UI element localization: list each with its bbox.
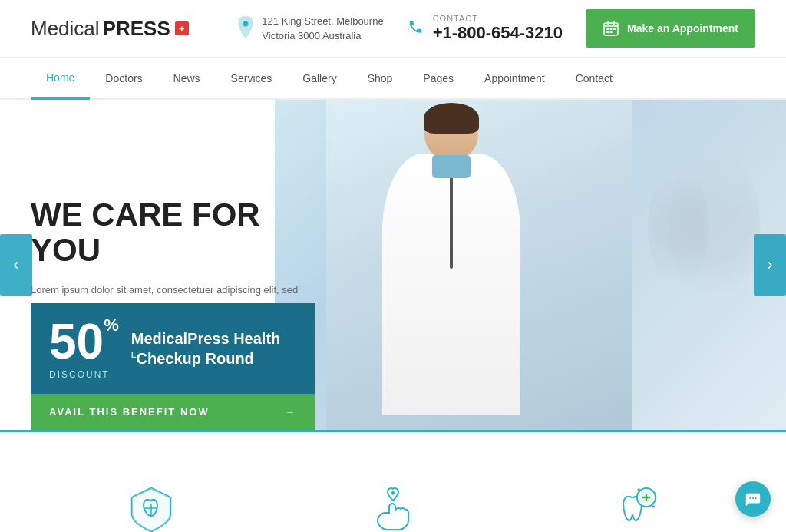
discount-cta-button[interactable]: AVAIL THIS BENEFIT NOW → xyxy=(31,394,315,430)
logo-plus: + xyxy=(175,21,189,35)
svg-rect-5 xyxy=(606,28,609,30)
chat-bubble-button[interactable] xyxy=(735,481,771,517)
nav-item-home[interactable]: Home xyxy=(31,58,90,100)
header-right: 121 King Street, Melbourne Victoria 3000… xyxy=(237,9,755,48)
dental-shield-icon xyxy=(121,478,182,532)
feature-dental-insurance: We are Accepting all Dental InsuranceL W… xyxy=(31,463,272,532)
logo-text-bold: PRESS xyxy=(103,17,170,41)
logo-text-light: Medical xyxy=(31,17,100,41)
chat-icon xyxy=(745,491,761,507)
features-section: We are Accepting all Dental InsuranceL W… xyxy=(0,430,786,532)
discount-title-line2: LCheckup Round xyxy=(131,349,281,368)
discount-sup: % xyxy=(104,316,119,335)
discount-title-line1: MedicalPress Health xyxy=(131,329,281,349)
logo: MedicalPRESS + xyxy=(31,17,189,41)
contact-block: CONTACT +1-800-654-3210 xyxy=(407,14,563,43)
discount-box: 50% DISCOUNT MedicalPress Health LChecku… xyxy=(31,303,315,430)
feature-certified-doctors: ★ ★ Group of Certified and Experienced D… xyxy=(514,463,755,532)
header-top: MedicalPRESS + 121 King Street, Melbourn… xyxy=(0,0,786,58)
phone-icon xyxy=(407,18,425,40)
contact-label: CONTACT xyxy=(433,14,563,23)
nav-item-pages[interactable]: Pages xyxy=(408,58,469,98)
svg-point-23 xyxy=(755,497,757,499)
slider-prev-button[interactable]: ‹ xyxy=(0,234,32,296)
svg-text:★: ★ xyxy=(636,487,641,492)
hands-heart-icon xyxy=(362,478,424,532)
hero-title: WE CARE FOR YOU xyxy=(31,197,307,268)
svg-text:★: ★ xyxy=(651,504,656,509)
discount-percentage-block: 50% DISCOUNT xyxy=(49,317,119,380)
slider-next-button[interactable]: › xyxy=(754,234,786,296)
arrow-right-icon: → xyxy=(285,406,296,418)
svg-rect-6 xyxy=(610,28,613,30)
nav-item-gallery[interactable]: Gallery xyxy=(287,58,352,98)
address-block: 121 King Street, Melbourne Victoria 3000… xyxy=(237,14,383,44)
certified-tooth-icon: ★ ★ xyxy=(604,478,665,532)
address-line1: 121 King Street, Melbourne xyxy=(262,14,383,29)
discount-cta-label: AVAIL THIS BENEFIT NOW xyxy=(49,406,210,418)
discount-percentage: 50% xyxy=(49,314,119,369)
contact-info: CONTACT +1-800-654-3210 xyxy=(433,14,563,43)
address-text: 121 King Street, Melbourne Victoria 3000… xyxy=(262,14,383,44)
nav-item-appointment[interactable]: Appointment xyxy=(469,58,560,98)
appointment-btn-label: Make an Appointment xyxy=(627,22,738,35)
discount-title-block: MedicalPress Health LCheckup Round xyxy=(131,329,281,368)
make-appointment-button[interactable]: Make an Appointment xyxy=(586,9,755,48)
svg-rect-8 xyxy=(606,31,609,33)
svg-rect-7 xyxy=(613,28,616,30)
feature-budget-friendly: Our Packages are Budget Friendly We know… xyxy=(272,463,514,532)
hero-background xyxy=(275,100,786,430)
hero-section: ‹ WE CARE FOR YOU Lorem ipsum dolor sit … xyxy=(0,100,786,430)
address-line2: Victoria 3000 Australia xyxy=(262,28,383,44)
discount-label: DISCOUNT xyxy=(49,369,119,380)
nav-item-shop[interactable]: Shop xyxy=(352,58,408,98)
nav-item-doctors[interactable]: Doctors xyxy=(90,58,157,98)
svg-point-21 xyxy=(749,497,751,499)
nav-item-contact[interactable]: Contact xyxy=(560,58,628,98)
location-icon xyxy=(237,16,254,41)
discount-top: 50% DISCOUNT MedicalPress Health LChecku… xyxy=(31,303,315,394)
calendar-icon xyxy=(603,20,619,37)
phone-number: +1-800-654-3210 xyxy=(433,23,563,43)
svg-rect-9 xyxy=(610,31,613,33)
nav-item-news[interactable]: News xyxy=(158,58,216,98)
svg-point-0 xyxy=(243,21,249,26)
nav-item-services[interactable]: Services xyxy=(216,58,288,98)
navigation: Home Doctors News Services Gallery Shop … xyxy=(0,58,786,100)
svg-point-22 xyxy=(752,497,754,499)
